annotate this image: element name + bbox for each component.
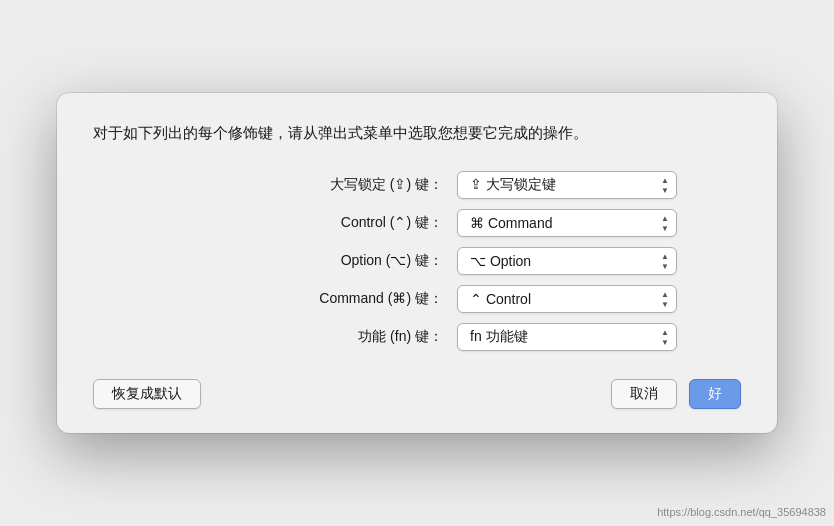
select-fn[interactable]: fn 功能键 — [457, 323, 677, 351]
select-wrapper-control: ⌘ Command — [457, 209, 677, 237]
select-caps-lock[interactable]: ⇪ 大写锁定键 — [457, 171, 677, 199]
cancel-button[interactable]: 取消 — [611, 379, 677, 409]
select-control[interactable]: ⌘ Command — [457, 209, 677, 237]
row-control: Control (⌃) 键：⌘ Command — [157, 209, 677, 237]
modifier-keys-dialog: 对于如下列出的每个修饰键，请从弹出式菜单中选取您想要它完成的操作。 大写锁定 (… — [57, 93, 777, 432]
dialog-description: 对于如下列出的每个修饰键，请从弹出式菜单中选取您想要它完成的操作。 — [93, 121, 741, 144]
restore-defaults-button[interactable]: 恢复成默认 — [93, 379, 201, 409]
left-buttons: 恢复成默认 — [93, 379, 201, 409]
row-caps-lock: 大写锁定 (⇪) 键：⇪ 大写锁定键 — [157, 171, 677, 199]
row-fn: 功能 (fn) 键：fn 功能键 — [157, 323, 677, 351]
label-control: Control (⌃) 键： — [263, 214, 443, 232]
select-wrapper-option: ⌥ Option — [457, 247, 677, 275]
select-wrapper-caps-lock: ⇪ 大写锁定键 — [457, 171, 677, 199]
select-option[interactable]: ⌥ Option — [457, 247, 677, 275]
row-command: Command (⌘) 键：⌃ Control — [157, 285, 677, 313]
select-wrapper-command: ⌃ Control — [457, 285, 677, 313]
right-buttons: 取消 好 — [611, 379, 741, 409]
key-rows: 大写锁定 (⇪) 键：⇪ 大写锁定键Control (⌃) 键：⌘ Comman… — [93, 171, 741, 351]
select-wrapper-fn: fn 功能键 — [457, 323, 677, 351]
label-option: Option (⌥) 键： — [263, 252, 443, 270]
label-fn: 功能 (fn) 键： — [263, 328, 443, 346]
button-row: 恢复成默认 取消 好 — [93, 379, 741, 409]
watermark: https://blog.csdn.net/qq_35694838 — [657, 506, 826, 518]
label-command: Command (⌘) 键： — [263, 290, 443, 308]
row-option: Option (⌥) 键：⌥ Option — [157, 247, 677, 275]
ok-button[interactable]: 好 — [689, 379, 741, 409]
select-command[interactable]: ⌃ Control — [457, 285, 677, 313]
label-caps-lock: 大写锁定 (⇪) 键： — [263, 176, 443, 194]
